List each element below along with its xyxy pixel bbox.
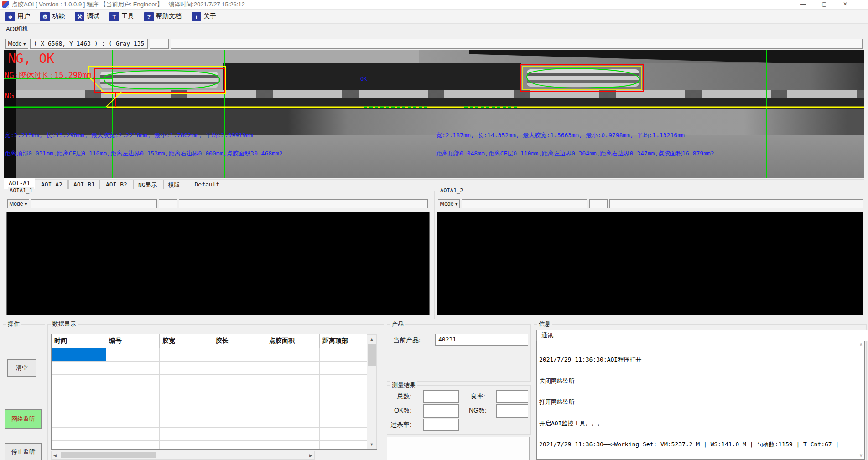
subview1-title: AOIA1_1: [8, 187, 34, 194]
product-note-box: [387, 437, 530, 460]
table-row[interactable]: [52, 414, 367, 428]
overkill-label: 过杀率:: [390, 421, 411, 429]
main-toolbar: ☻ 用户 ⚙ 功能 ⚒ 调试 T 工具 ? 帮助文档 i 关于: [0, 10, 868, 24]
close-button[interactable]: ✕: [835, 0, 856, 9]
result-text: NG, OK: [8, 51, 54, 66]
table-horizontal-scrollbar[interactable]: ◀ ▶: [51, 451, 315, 460]
camera-field-small[interactable]: [150, 39, 169, 49]
data-table: 时间 编号 胶宽 胶长 点胶面积 距离顶部: [51, 334, 377, 450]
tab-template[interactable]: 模版: [163, 180, 185, 189]
subview2-field-3[interactable]: [609, 199, 863, 208]
scroll-up-icon[interactable]: ▲: [367, 335, 376, 341]
ng-count-field: [496, 404, 528, 418]
log-line: 2021/7/29 11:36:30:AOI程序打开: [539, 356, 839, 363]
toolbar-item-about[interactable]: i 关于: [190, 11, 218, 22]
table-row[interactable]: [52, 401, 367, 414]
subview1-field-1[interactable]: [31, 199, 157, 208]
tab-ng-display[interactable]: NG显示: [133, 180, 162, 189]
scroll-down-icon[interactable]: ▼: [367, 442, 376, 447]
table-row[interactable]: [52, 348, 367, 362]
camera-coordinate-readout: ( X 6568, Y 1463 ) : ( Gray 135 ): [30, 39, 148, 49]
right-stats-line1: 宽:2.187mm, 长:14.352mm, 最大胶宽:1.5663mm, 最小…: [436, 131, 685, 140]
stop-listen-button[interactable]: 停止监听: [5, 443, 42, 460]
column-header-id[interactable]: 编号: [106, 334, 160, 348]
subview1-mode-dropdown[interactable]: Mode ▾: [7, 199, 29, 208]
log-line: 打开网络监听: [539, 398, 839, 406]
operation-group: [3, 324, 45, 460]
ok-count-field: [423, 404, 459, 418]
chevron-down-icon: ▾: [455, 201, 458, 207]
left-stats-line2: 距离顶部0.031mm,距离CF层0.110mm,距离左边界0.153mm,距离…: [5, 150, 283, 158]
log-line: 开启AOI监控工具。。。: [539, 420, 839, 427]
scroll-up-icon[interactable]: ∧: [859, 341, 863, 348]
tool-icon: T: [109, 12, 119, 21]
info-icon: i: [192, 12, 201, 21]
table-vertical-scrollbar[interactable]: ▲ ▼: [367, 334, 377, 449]
tab-aoi-b2[interactable]: AOI-B2: [101, 180, 132, 189]
column-header-time[interactable]: 时间: [52, 334, 106, 348]
scrollbar-thumb[interactable]: [61, 452, 156, 458]
camera-image-view[interactable]: NG, OK NG:胶体过长:15.290mm, NG OK 宽:2.215mm…: [4, 50, 864, 178]
toolbar-item-debug[interactable]: ⚒ 调试: [73, 11, 101, 22]
table-row[interactable]: [52, 362, 367, 375]
network-listen-button[interactable]: 网络监听: [5, 409, 42, 429]
tab-aoi-a2[interactable]: AOI-A2: [36, 180, 68, 189]
yield-value-field: [496, 390, 528, 403]
left-stats-line1: 宽:2.215mm, 长:15.290mm, 最大胶宽:2.2218mm, 最小…: [5, 131, 253, 140]
chevron-down-icon: ▾: [23, 41, 26, 47]
subview2-field-1[interactable]: [462, 199, 587, 208]
current-product-label: 当前产品:: [393, 336, 421, 345]
subview2-mode-dropdown[interactable]: Mode ▾: [438, 199, 460, 208]
log-line: 关闭网络监听: [539, 377, 839, 385]
subview2-field-2[interactable]: [589, 199, 608, 208]
toolbar-item-help[interactable]: ? 帮助文档: [142, 11, 183, 22]
subview1-field-3[interactable]: [179, 199, 428, 208]
info-group-title: 信息: [537, 320, 552, 328]
column-header-distance-top[interactable]: 距离顶部: [320, 334, 367, 348]
subview1-field-2[interactable]: [159, 199, 177, 208]
column-header-glue-area[interactable]: 点胶面积: [266, 334, 320, 348]
selected-cell[interactable]: [52, 348, 106, 362]
tab-aoi-b1[interactable]: AOI-B1: [68, 180, 100, 189]
subview1-image[interactable]: [6, 212, 430, 315]
subview2-image[interactable]: [437, 212, 863, 315]
camera-group-title: AOI相机: [5, 25, 29, 33]
log-line: 2021/7/29 11:36:30——>Working Set: VM:523…: [539, 441, 839, 448]
column-header-glue-length[interactable]: 胶长: [213, 334, 266, 348]
measurement-overlay-lines: [4, 50, 864, 178]
current-product-input[interactable]: 40231: [435, 334, 528, 346]
scrollbar-thumb[interactable]: [368, 344, 376, 366]
gear-icon: ⚙: [40, 12, 50, 21]
table-row[interactable]: [52, 428, 367, 441]
scroll-down-icon[interactable]: ∨: [859, 452, 863, 458]
view-tab-bar: AOI-A1 AOI-A2 AOI-B1 AOI-B2 NG显示 模版 Defa…: [4, 179, 225, 189]
chevron-down-icon: ▾: [25, 201, 27, 207]
user-icon: ☻: [5, 12, 15, 21]
table-row[interactable]: [52, 375, 367, 388]
toolbar-item-user[interactable]: ☻ 用户: [4, 11, 32, 22]
toolbar-item-function[interactable]: ⚙ 功能: [38, 11, 67, 22]
minimize-button[interactable]: —: [793, 0, 814, 9]
yield-label: 良率:: [471, 393, 485, 401]
table-header-row: 时间 编号 胶宽 胶长 点胶面积 距离顶部: [52, 334, 367, 348]
column-header-glue-width[interactable]: 胶宽: [160, 334, 213, 348]
log-area[interactable]: 2021/7/29 11:36:30:AOI程序打开 关闭网络监听 打开网络监听…: [536, 340, 865, 460]
window-title: 点胶AOI [ Version : 1.0.0.9 ] 程序 【当前用户: En…: [12, 0, 245, 9]
overkill-field: [423, 419, 459, 431]
tab-communication[interactable]: 通讯: [536, 330, 868, 341]
ok-label: OK: [360, 76, 367, 82]
maximize-button[interactable]: ▢: [814, 0, 835, 9]
table-row[interactable]: [52, 441, 367, 450]
scroll-left-icon[interactable]: ◀: [53, 453, 57, 458]
product-group-title: 产品: [390, 320, 405, 328]
tab-default[interactable]: Default: [190, 180, 225, 189]
toolbar-item-tools[interactable]: T 工具: [108, 11, 136, 22]
operation-group-title: 操作: [6, 320, 21, 328]
scroll-right-icon[interactable]: ▶: [309, 453, 312, 458]
camera-field-wide[interactable]: [171, 39, 863, 49]
total-label: 总数:: [397, 393, 411, 401]
ok-count-label: OK数:: [394, 407, 411, 415]
clear-button[interactable]: 清空: [7, 359, 36, 377]
camera-mode-dropdown[interactable]: Mode ▾: [5, 39, 28, 49]
table-row[interactable]: [52, 388, 367, 401]
